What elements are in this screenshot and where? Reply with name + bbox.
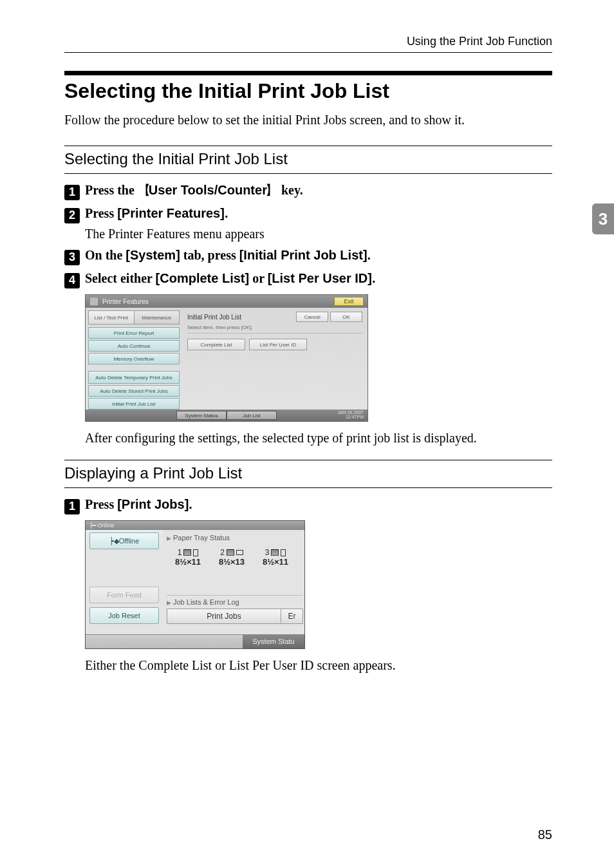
exit-button[interactable]: Exit	[334, 297, 364, 306]
subsection-title-2: Displaying a Print Job List	[64, 464, 552, 482]
step-1-b: key.	[281, 183, 303, 197]
btn-initial-print-job-list[interactable]: Initial Print Job List	[88, 398, 180, 410]
post-shot-b-text: Either the Complete List or List Per Use…	[85, 658, 552, 673]
intro-text: Follow the procedure below to set the in…	[64, 111, 552, 129]
offline-button[interactable]: ┝◆Offline	[89, 533, 159, 549]
paper-pile-icon	[271, 549, 279, 556]
job-reset-button[interactable]: Job Reset	[89, 607, 159, 624]
step-number-2: 2	[64, 208, 80, 223]
clock-date: JAN 26,2007	[338, 410, 364, 415]
portrait-icon	[281, 549, 286, 556]
landscape-icon	[236, 550, 243, 555]
tray2-size: 8½×13	[219, 557, 245, 567]
step-3-a: On the	[85, 248, 126, 262]
ok-button[interactable]: OK	[330, 312, 362, 322]
step-b1-ui: [Print Jobs].	[117, 497, 192, 511]
portrait-icon	[193, 549, 198, 556]
error-log-button[interactable]: Er	[281, 609, 303, 624]
step-number-3: 3	[64, 250, 80, 265]
step-4-ui2: [List Per User ID].	[268, 271, 376, 285]
btn-print-error-report[interactable]: Print Error Report	[88, 327, 180, 339]
form-feed-button[interactable]: Form Feed	[89, 587, 159, 603]
opt-list-per-user[interactable]: List Per User ID	[249, 339, 307, 350]
step-4-a: Select either	[85, 271, 156, 285]
top-strip: ┝━ Online	[86, 521, 304, 530]
printer-icon	[89, 297, 98, 306]
job-lists-label: Job Lists & Error Log	[167, 595, 303, 606]
step-b1-a: Press	[85, 497, 117, 511]
paper-pile-icon	[183, 549, 191, 556]
subsection-rule-top-2	[64, 460, 552, 460]
running-header: Using the Print Job Function	[407, 35, 552, 48]
step-3-b: tab, press	[183, 248, 239, 262]
step-2-a: Press	[85, 206, 117, 220]
panel-desc: Select item, then press [OK].	[187, 325, 362, 334]
clock-time: 12:47PM	[346, 415, 364, 419]
print-jobs-button[interactable]: Print Jobs	[167, 609, 281, 624]
step-2-ui: [Printer Features].	[117, 206, 228, 220]
tray3-num: 3	[265, 548, 270, 557]
paper-pile-icon	[227, 549, 234, 556]
opt-complete-list[interactable]: Complete List	[187, 339, 245, 350]
btn-memory-overflow[interactable]: Memory Overflow	[88, 353, 180, 364]
step-1-a: Press the	[85, 183, 138, 197]
step-number-1: 1	[64, 185, 80, 200]
subsection-rule-top-1	[64, 146, 552, 146]
tray1-size: 8½×11	[175, 557, 201, 567]
btn-auto-delete-stored[interactable]: Auto Delete Stored Print Jobs	[88, 385, 180, 397]
step-2-desc: The Printer Features menu appears	[85, 227, 552, 241]
subsection-title-1: Selecting the Initial Print Job List	[64, 150, 552, 168]
step-number-b1: 1	[64, 499, 80, 514]
print-jobs-screenshot: ┝━ Online ┝◆Offline Form Feed Job Reset …	[85, 520, 305, 649]
btn-auto-continue[interactable]: Auto Continue	[88, 340, 180, 352]
btn-auto-delete-temp[interactable]: Auto Delete Temporary Print Jobs	[88, 371, 180, 384]
step-4-ui1: [Complete List]	[156, 271, 250, 285]
page-number: 85	[538, 827, 552, 842]
step-number-4: 4	[64, 273, 80, 288]
pf-title: Printer Features	[102, 298, 149, 305]
subsection-rule-bottom-2	[64, 487, 552, 488]
chapter-tab: 3	[592, 203, 614, 234]
system-status-footer[interactable]: System Statu	[243, 634, 304, 648]
page-title: Selecting the Initial Print Job List	[64, 79, 552, 103]
title-rule	[64, 71, 552, 75]
step-3-ui1: [System]	[126, 248, 180, 262]
tray1-num: 1	[178, 548, 182, 557]
tab-list-test-print[interactable]: List / Test Print	[88, 310, 135, 325]
job-list-button[interactable]: Job List	[227, 411, 277, 420]
printer-features-screenshot: Printer Features Exit List / Test Print …	[85, 294, 368, 422]
step-3-ui2: [Initial Print Job List].	[239, 248, 371, 262]
system-status-button[interactable]: System Status	[176, 411, 227, 420]
subsection-rule-bottom-1	[64, 173, 552, 174]
paper-tray-label: Paper Tray Status	[167, 534, 303, 542]
post-shot-a-text: After configuring the settings, the sele…	[85, 431, 552, 446]
panel-title: Initial Print Job List	[187, 314, 241, 321]
tray3-size: 8½×11	[263, 557, 288, 567]
tab-maintenance[interactable]: Maintenance	[135, 310, 180, 325]
tray2-num: 2	[220, 548, 225, 557]
cancel-button[interactable]: Cancel	[296, 312, 328, 322]
step-1-key: User Tools/Counter	[138, 183, 278, 197]
step-4-b: or	[252, 271, 268, 285]
